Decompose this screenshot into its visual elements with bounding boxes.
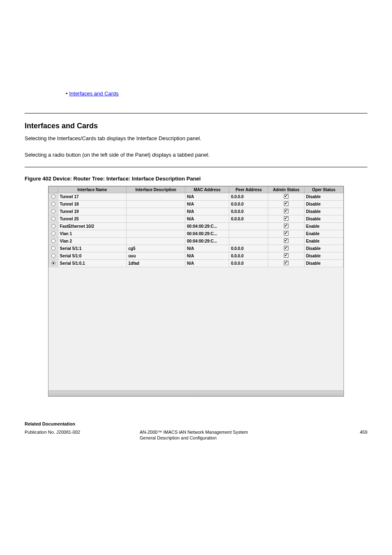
cell-peer: 0.0.0.0	[229, 201, 268, 208]
table-row[interactable]: Serial 5/1:0.11dfadN/A0.0.0.0Disable	[49, 260, 344, 267]
cell-admin-status[interactable]	[268, 252, 304, 260]
cell-iface-name: Serial 5/1:0.1	[58, 260, 127, 267]
checkbox-icon	[284, 216, 288, 221]
radio-icon	[51, 246, 55, 250]
cell-iface-name: Serial 5/1:0	[58, 252, 127, 260]
table-row[interactable]: Tunnel 17N/A0.0.0.0Disable	[49, 193, 344, 201]
section-text-1: Selecting the Interfaces/Cards tab displ…	[25, 134, 367, 143]
checkbox-icon	[284, 246, 288, 250]
table-row[interactable]: Tunnel 18N/A0.0.0.0Disable	[49, 201, 344, 208]
cell-mac: N/A	[185, 193, 229, 201]
cell-admin-status[interactable]	[268, 215, 304, 223]
row-select-radio[interactable]	[49, 230, 58, 238]
section-title: Interfaces and Cards	[25, 122, 367, 130]
cell-iface-desc	[127, 230, 185, 238]
cell-iface-desc	[127, 208, 185, 215]
cell-admin-status[interactable]	[268, 223, 304, 230]
cell-admin-status[interactable]	[268, 230, 304, 238]
row-select-radio[interactable]	[49, 215, 58, 223]
cell-oper-status: Disable	[304, 252, 343, 260]
col-header-select	[49, 187, 58, 193]
divider-2	[25, 167, 367, 167]
table-row[interactable]: Tunnel 19N/A0.0.0.0Disable	[49, 208, 344, 215]
cell-admin-status[interactable]	[268, 201, 304, 208]
cell-iface-desc	[127, 223, 185, 230]
col-header-admin: Admin Status	[268, 187, 304, 193]
cell-mac: N/A	[185, 201, 229, 208]
checkbox-icon	[284, 194, 288, 199]
figure-caption: Figure 402 Device: Router Tree: Interfac…	[25, 176, 367, 182]
cell-mac: 00:04:00:29:C...	[185, 230, 229, 238]
cell-oper-status: Disable	[304, 260, 343, 267]
col-header-oper: Oper Status	[304, 187, 343, 193]
cell-admin-status[interactable]	[268, 238, 304, 245]
radio-icon	[51, 254, 55, 258]
checkbox-icon	[284, 201, 288, 206]
cell-peer: 0.0.0.0	[229, 245, 268, 252]
cell-admin-status[interactable]	[268, 260, 304, 267]
cell-admin-status[interactable]	[268, 245, 304, 252]
cell-oper-status: Disable	[304, 193, 343, 201]
cell-oper-status: Disable	[304, 215, 343, 223]
divider-1	[25, 113, 367, 113]
table-row[interactable]: Vlan 200:04:00:29:C...Enable	[49, 238, 344, 245]
table-empty-area	[48, 267, 344, 391]
cell-mac: N/A	[185, 215, 229, 223]
col-header-peer: Peer Address	[229, 187, 268, 193]
cell-mac: 00:04:00:29:C...	[185, 223, 229, 230]
publication-row-1: Publication No. J20081-002 AN-2000™ IMAC…	[25, 430, 367, 435]
publication-page: 459	[334, 430, 367, 435]
interfaces-cards-link[interactable]: Interfaces and Cards	[69, 90, 119, 97]
related-docs-section: Related Documentation Publication No. J2…	[25, 421, 367, 440]
cell-mac: N/A	[185, 208, 229, 215]
checkbox-icon	[284, 253, 288, 258]
cell-iface-desc	[127, 238, 185, 245]
row-select-radio[interactable]	[49, 260, 58, 267]
cell-iface-desc	[127, 201, 185, 208]
publication-title: AN-2000™ IMACS iAN Network Management Sy…	[140, 430, 334, 435]
radio-icon	[51, 217, 55, 221]
table-row[interactable]: Serial 5/1:1cg5N/A0.0.0.0Disable	[49, 245, 344, 252]
row-select-radio[interactable]	[49, 208, 58, 215]
checkbox-icon	[284, 231, 288, 236]
row-select-radio[interactable]	[49, 245, 58, 252]
publication-number: Publication No. J20081-002	[25, 430, 140, 435]
radio-icon	[51, 202, 55, 206]
cell-iface-desc: uuu	[127, 252, 185, 260]
cell-admin-status[interactable]	[268, 193, 304, 201]
checkbox-icon	[284, 209, 288, 213]
cell-peer: 0.0.0.0	[229, 252, 268, 260]
cell-iface-name: Vlan 2	[58, 238, 127, 245]
radio-icon	[51, 224, 55, 228]
cell-iface-name: Serial 5/1:1	[58, 245, 127, 252]
cell-admin-status[interactable]	[268, 208, 304, 215]
table-row[interactable]: Serial 5/1:0uuuN/A0.0.0.0Disable	[49, 252, 344, 260]
radio-icon	[51, 231, 55, 236]
col-header-mac: MAC Address	[185, 187, 229, 193]
table-row[interactable]: Vlan 100:04:00:29:C...Enable	[49, 230, 344, 238]
cell-oper-status: Disable	[304, 201, 343, 208]
row-select-radio[interactable]	[49, 193, 58, 201]
row-select-radio[interactable]	[49, 238, 58, 245]
publication-subtitle: General Description and Configuration	[140, 435, 334, 440]
table-row[interactable]: FastEthernet 10/200:04:00:29:C...Enable	[49, 223, 344, 230]
cell-iface-desc: 1dfad	[127, 260, 185, 267]
cell-mac: N/A	[185, 260, 229, 267]
cell-peer	[229, 230, 268, 238]
cell-iface-name: Tunnel 17	[58, 193, 127, 201]
row-select-radio[interactable]	[49, 252, 58, 260]
publication-row-2: General Description and Configuration	[25, 435, 367, 440]
row-select-radio[interactable]	[49, 201, 58, 208]
interface-table: Interface Name Interface Description MAC…	[48, 186, 344, 267]
col-header-desc: Interface Description	[127, 187, 185, 193]
radio-icon	[51, 194, 55, 199]
table-row[interactable]: Tunnel 25N/A0.0.0.0Disable	[49, 215, 344, 223]
cell-oper-status: Disable	[304, 208, 343, 215]
table-bottom-bar	[48, 391, 344, 396]
cell-iface-name: Tunnel 25	[58, 215, 127, 223]
row-select-radio[interactable]	[49, 223, 58, 230]
cell-oper-status: Enable	[304, 230, 343, 238]
cell-oper-status: Disable	[304, 245, 343, 252]
section-text-2: Selecting a radio button (on the left si…	[25, 151, 367, 159]
interface-description-panel: Interface Name Interface Description MAC…	[48, 186, 344, 397]
